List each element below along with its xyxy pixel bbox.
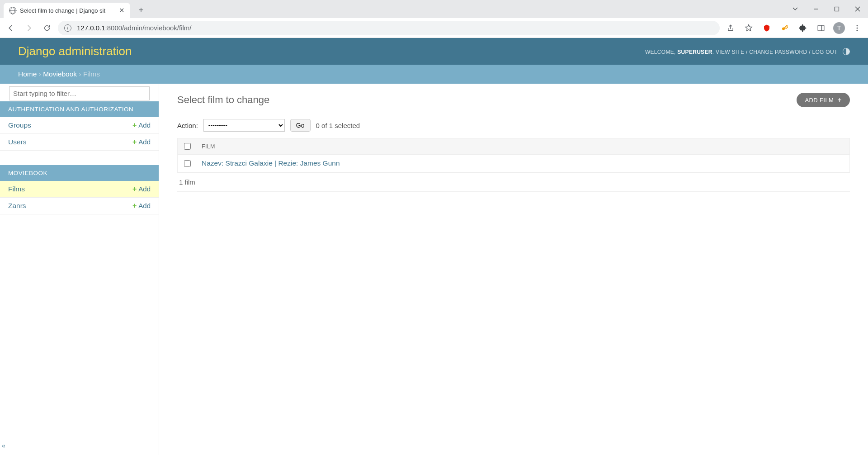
app-caption-moviebook[interactable]: MOVIEBOOK	[0, 165, 159, 181]
model-link-films[interactable]: Films	[8, 185, 132, 193]
add-link-films[interactable]: +Add	[132, 185, 151, 193]
django-header: Django administration WELCOME, SUPERUSER…	[0, 38, 868, 65]
breadcrumb-app[interactable]: Moviebook	[43, 70, 77, 78]
sidebar-item-users: Users +Add	[0, 134, 159, 151]
username: SUPERUSER	[677, 49, 712, 55]
plus-icon: +	[837, 96, 842, 104]
action-label: Action:	[177, 122, 198, 129]
tab-title: Select film to change | Django sit	[20, 7, 115, 14]
share-icon[interactable]	[723, 21, 738, 35]
plus-icon: +	[132, 121, 137, 129]
url-host: 127.0.0.1	[77, 24, 105, 32]
row-link[interactable]: Nazev: Strazci Galaxie | Rezie: James Gu…	[202, 159, 340, 167]
svg-point-4	[857, 27, 858, 28]
close-tab-icon[interactable]: ✕	[119, 6, 125, 14]
close-window-button[interactable]	[847, 0, 868, 18]
add-button-label: ADD FILM	[805, 97, 834, 104]
branding[interactable]: Django administration	[18, 44, 132, 58]
select-all-checkbox[interactable]	[184, 143, 191, 150]
tabs-dropdown-icon[interactable]	[785, 0, 806, 18]
extension-key-icon[interactable]	[778, 21, 792, 35]
page-title: Select film to change	[177, 94, 797, 106]
browser-chrome: Select film to change | Django sit ✕ +	[0, 0, 868, 18]
breadcrumbs: Home › Moviebook › Films	[0, 65, 868, 84]
theme-toggle-icon[interactable]	[843, 48, 850, 55]
back-button[interactable]	[4, 21, 18, 35]
go-button[interactable]: Go	[290, 119, 311, 132]
sidebar-item-groups: Groups +Add	[0, 117, 159, 134]
plus-icon: +	[132, 185, 137, 193]
extensions-icon[interactable]	[796, 21, 810, 35]
model-link-groups[interactable]: Groups	[8, 121, 132, 129]
result-count: 1 film	[177, 173, 850, 192]
address-bar[interactable]: i 127.0.0.1:8000/admin/moviebook/film/	[58, 21, 720, 35]
action-bar: Action: --------- Go 0 of 1 selected	[177, 119, 850, 132]
svg-rect-0	[835, 7, 839, 11]
minimize-button[interactable]	[806, 0, 826, 18]
change-password-link[interactable]: CHANGE PASSWORD	[749, 49, 807, 55]
sidebar-filter-input[interactable]	[9, 86, 150, 100]
app-caption-auth[interactable]: AUTHENTICATION AND AUTHORIZATION	[0, 101, 159, 117]
add-link-zanrs[interactable]: +Add	[132, 202, 151, 210]
bookmark-icon[interactable]	[741, 21, 756, 35]
model-link-users[interactable]: Users	[8, 138, 132, 146]
changelist: FILM Nazev: Strazci Galaxie | Rezie: Jam…	[177, 138, 850, 173]
url-port: :8000	[105, 24, 123, 32]
reload-button[interactable]	[40, 21, 54, 35]
model-link-zanrs[interactable]: Zanrs	[8, 202, 132, 210]
window-controls	[785, 0, 868, 18]
add-film-button[interactable]: ADD FILM +	[797, 93, 850, 107]
svg-point-5	[857, 29, 858, 31]
url-path: /admin/moviebook/film/	[122, 24, 191, 32]
breadcrumb-current: Films	[83, 70, 100, 78]
forward-button[interactable]	[22, 21, 36, 35]
sidebar: AUTHENTICATION AND AUTHORIZATION Groups …	[0, 84, 159, 455]
column-film[interactable]: FILM	[202, 143, 215, 150]
sidebar-item-films: Films +Add	[0, 181, 159, 198]
site-info-icon[interactable]: i	[64, 24, 71, 32]
breadcrumb-home[interactable]: Home	[18, 70, 37, 78]
menu-icon[interactable]	[850, 21, 864, 35]
globe-icon	[9, 7, 16, 14]
row-checkbox[interactable]	[184, 160, 191, 167]
add-link-users[interactable]: +Add	[132, 138, 151, 146]
sidepanel-icon[interactable]	[814, 21, 828, 35]
browser-tab[interactable]: Select film to change | Django sit ✕	[4, 3, 130, 18]
user-links: WELCOME, SUPERUSER. VIEW SITE / CHANGE P…	[645, 48, 850, 55]
table-header: FILM	[178, 138, 849, 155]
add-link-groups[interactable]: +Add	[132, 121, 151, 129]
view-site-link[interactable]: VIEW SITE	[716, 49, 744, 55]
welcome-text: WELCOME,	[645, 49, 677, 55]
plus-icon: +	[132, 138, 137, 146]
action-select[interactable]: ---------	[203, 119, 285, 132]
logout-link[interactable]: LOG OUT	[812, 49, 837, 55]
selection-count: 0 of 1 selected	[316, 122, 360, 129]
table-row: Nazev: Strazci Galaxie | Rezie: James Gu…	[178, 155, 849, 172]
url-bar: i 127.0.0.1:8000/admin/moviebook/film/ T	[0, 18, 868, 38]
main-content: Select film to change ADD FILM + Action:…	[159, 84, 868, 455]
maximize-button[interactable]	[826, 0, 847, 18]
sidebar-item-zanrs: Zanrs +Add	[0, 198, 159, 214]
plus-icon: +	[132, 202, 137, 209]
profile-avatar[interactable]: T	[832, 21, 846, 35]
extension-shield-icon[interactable]	[760, 21, 774, 35]
new-tab-button[interactable]: +	[135, 4, 147, 16]
svg-point-3	[857, 25, 858, 26]
svg-rect-2	[818, 25, 824, 31]
collapse-sidebar-icon[interactable]: «	[2, 442, 5, 449]
